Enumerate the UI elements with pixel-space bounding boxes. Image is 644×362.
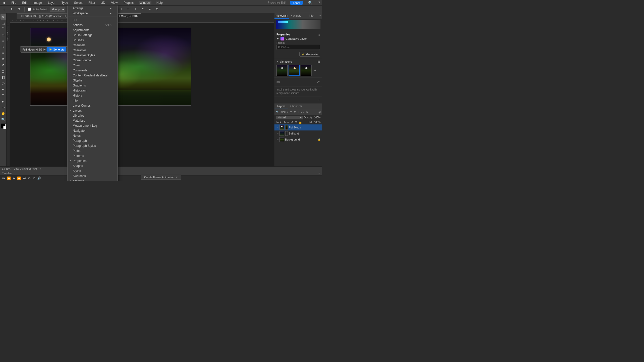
timeline-next-frame[interactable]: ⏩: [17, 176, 21, 180]
arrange-button[interactable]: ⊞: [16, 7, 21, 11]
lock-pixels-btn[interactable]: ✏: [287, 121, 290, 124]
menu-filter[interactable]: Filter: [88, 1, 96, 5]
align-top-button[interactable]: ⊥: [133, 7, 138, 11]
menu-item-brushes[interactable]: Brushes: [68, 38, 117, 43]
menu-item-info[interactable]: Info: [68, 98, 117, 103]
tab-info[interactable]: Info: [304, 13, 318, 19]
lasso-tool[interactable]: ⌒: [1, 26, 6, 32]
eraser-tool[interactable]: ◻: [1, 68, 6, 74]
create-frame-animation-button[interactable]: Create Frame Animation ▼: [141, 175, 181, 180]
healing-tool[interactable]: ✦: [1, 44, 6, 50]
window-dropdown-menu[interactable]: Arrange Workspace 3D Actions ⌥F9 Adjustm…: [67, 6, 118, 181]
layers-pixel-filter[interactable]: ◻: [289, 110, 293, 114]
move-tool-button[interactable]: ✥: [9, 7, 14, 11]
shape-tool[interactable]: ▭: [1, 105, 6, 110]
eyedropper-tool[interactable]: ✒: [1, 38, 6, 44]
menu-item-timeline[interactable]: Timeline: [68, 178, 117, 181]
menu-item-actions[interactable]: Actions ⌥F9: [68, 23, 117, 28]
variation-thumb-3[interactable]: [301, 65, 312, 76]
brush-tool[interactable]: ✏: [1, 50, 6, 56]
variation-thumb-2[interactable]: [289, 65, 300, 76]
timeline-prev-frame[interactable]: ⏪: [7, 176, 11, 180]
frame-animation-chevron[interactable]: ▼: [176, 176, 178, 178]
zoom-tool[interactable]: 🔍: [1, 117, 6, 122]
variation-thumb-1[interactable]: [276, 65, 288, 76]
home-button[interactable]: ⌂: [2, 7, 7, 11]
selection-tool[interactable]: ⬚: [1, 20, 6, 26]
menu-item-history[interactable]: History: [68, 93, 117, 98]
align-center-button[interactable]: ⊣: [118, 7, 123, 11]
prompt-input[interactable]: [276, 45, 320, 50]
align-middle-button[interactable]: ⊻: [140, 7, 145, 11]
menu-item-glyphs[interactable]: Glyphs: [68, 78, 117, 83]
menu-edit[interactable]: Edit: [21, 1, 28, 5]
layers-tab-channels[interactable]: Channels: [288, 104, 304, 109]
generate-button[interactable]: ✨ Generate: [47, 47, 67, 52]
pen-tool[interactable]: ✒: [1, 86, 6, 92]
menu-item-color[interactable]: Color: [68, 63, 117, 68]
timeline-menu-icon[interactable]: ≡: [318, 172, 320, 175]
layers-smart-filter[interactable]: ⊛: [305, 110, 308, 114]
menu-item-histogram[interactable]: Histogram: [68, 88, 117, 93]
menu-item-character-styles[interactable]: Character Styles: [68, 53, 117, 58]
menu-image[interactable]: Image: [32, 1, 43, 5]
layers-tab-layers[interactable]: Layers: [274, 104, 288, 109]
menu-item-swatches[interactable]: Swatches: [68, 173, 117, 178]
layer-row-sailboat[interactable]: 👁 Sailboat: [274, 130, 322, 137]
history-brush-tool[interactable]: ↺: [1, 62, 6, 68]
menu-window[interactable]: Window: [139, 1, 151, 5]
menu-type[interactable]: Type: [60, 1, 69, 5]
layers-search-icon[interactable]: 🔍: [275, 111, 279, 113]
auto-select-checkbox[interactable]: [28, 8, 31, 11]
properties-menu-icon[interactable]: ≡: [318, 34, 320, 36]
menu-item-comments[interactable]: Comments: [68, 68, 117, 73]
menu-item-gradients[interactable]: Gradients: [68, 83, 117, 88]
generate-prev[interactable]: ◀: [35, 48, 37, 51]
menu-item-3d[interactable]: 3D: [68, 18, 117, 23]
lock-position-btn[interactable]: ✥: [291, 121, 293, 124]
search-icon[interactable]: 🔍: [308, 1, 312, 5]
properties-generate-button[interactable]: ✨ Generate: [299, 52, 320, 57]
status-arrow[interactable]: >: [40, 167, 42, 170]
share-button[interactable]: Share: [290, 1, 303, 5]
menu-select[interactable]: Select: [73, 1, 83, 5]
menu-workspace[interactable]: Workspace: [68, 11, 117, 16]
dodge-tool[interactable]: ◌: [1, 80, 6, 86]
tab-navigator[interactable]: Navigator: [289, 13, 304, 19]
gradient-tool[interactable]: ◧: [1, 74, 6, 80]
layers-filter-toggle[interactable]: ◉: [318, 110, 321, 114]
layer-row-background[interactable]: 👁 Background 🔒: [274, 137, 322, 143]
align-bottom-button[interactable]: ⊼: [147, 7, 152, 11]
timeline-last-frame[interactable]: ⏭: [23, 176, 26, 180]
menu-3d[interactable]: 3D: [100, 1, 106, 5]
menu-item-properties[interactable]: Properties: [68, 158, 117, 163]
lock-transparent-btn[interactable]: ⊘: [284, 121, 286, 124]
menu-item-content-credentials[interactable]: Content Credentials (Beta): [68, 73, 117, 78]
menu-item-brush-settings[interactable]: Brush Settings: [68, 33, 117, 38]
add-library-button[interactable]: +: [318, 98, 320, 102]
background-color[interactable]: [3, 126, 6, 129]
menu-item-patterns[interactable]: Patterns: [68, 153, 117, 158]
menu-item-clone-source[interactable]: Clone Source: [68, 58, 117, 63]
hand-tool[interactable]: ✋: [1, 111, 6, 116]
auto-select-dropdown[interactable]: Group Layer: [50, 7, 65, 12]
layer-row-fullmoon[interactable]: 👁 Full Moon: [274, 124, 322, 130]
menu-file[interactable]: File: [10, 1, 17, 5]
menu-item-libraries[interactable]: Libraries: [68, 113, 117, 118]
menu-ps[interactable]: ◆: [2, 1, 6, 5]
foreground-color[interactable]: [1, 124, 6, 128]
menu-item-paths[interactable]: Paths: [68, 148, 117, 153]
add-variation-button[interactable]: +: [313, 65, 318, 76]
layers-type-filter[interactable]: T: [297, 110, 300, 114]
menu-item-styles[interactable]: Styles: [68, 168, 117, 173]
menu-item-shapes[interactable]: Shapes: [68, 163, 117, 168]
eye-background[interactable]: 👁: [276, 138, 278, 141]
timeline-first-frame[interactable]: ⏮: [2, 176, 5, 180]
lock-artboard-btn[interactable]: ⊞: [295, 121, 297, 124]
menu-item-character[interactable]: Character: [68, 48, 117, 53]
blend-mode-select[interactable]: Normal: [276, 116, 303, 119]
menu-arrange[interactable]: Arrange: [68, 6, 117, 11]
tab-histogram[interactable]: Histogram: [274, 13, 289, 19]
menu-help[interactable]: Help: [155, 1, 164, 5]
menu-item-materials[interactable]: Materials: [68, 118, 117, 123]
